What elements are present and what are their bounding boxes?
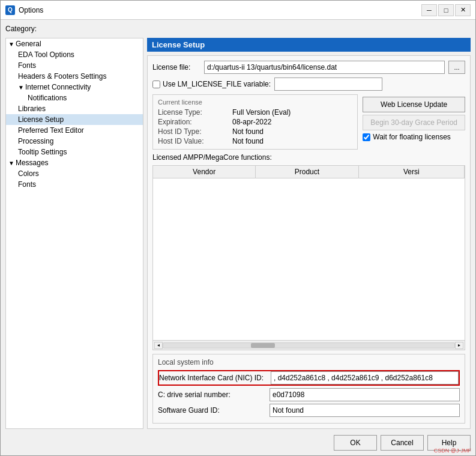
- local-system-info: Local system info Network Interface Card…: [152, 354, 465, 424]
- lm-input[interactable]: [274, 78, 382, 91]
- right-panel: License Setup License file: ... Use LM_L…: [147, 38, 471, 429]
- web-license-update-button[interactable]: Web License Update: [363, 97, 465, 112]
- current-license-title: Current license: [158, 99, 352, 106]
- nic-row: Network Interface Card (NIC) ID:: [158, 370, 460, 386]
- software-guard-label: Software Guard ID:: [158, 406, 266, 415]
- sidebar-item-headers-footers[interactable]: Headers & Footers Settings: [6, 71, 143, 82]
- sidebar: ▼GeneralEDA Tool OptionsFontsHeaders & F…: [5, 38, 143, 429]
- panel-content: License file: ... Use LM_LICENSE_FILE va…: [147, 55, 471, 429]
- horizontal-scrollbar[interactable]: ◂ ▸: [153, 340, 465, 350]
- scrollbar-thumb[interactable]: [251, 343, 275, 348]
- col-version: Versi: [359, 166, 465, 178]
- cancel-button[interactable]: Cancel: [381, 435, 424, 451]
- table-header: Vendor Product Versi: [153, 166, 465, 178]
- col-product: Product: [256, 166, 358, 178]
- main-area: ▼GeneralEDA Tool OptionsFontsHeaders & F…: [5, 38, 471, 429]
- col-vendor: Vendor: [153, 166, 256, 178]
- nic-label: Network Interface Card (NIC) ID:: [159, 374, 267, 382]
- host-id-type-val: Not found: [232, 127, 352, 136]
- lm-license-row: Use LM_LICENSE_FILE variable:: [152, 78, 465, 91]
- drive-serial-label: C: drive serial number:: [158, 391, 266, 399]
- license-type-val: Full Version (Eval): [232, 108, 352, 117]
- host-id-type-key: Host ID Type:: [158, 127, 230, 136]
- license-type-key: License Type:: [158, 108, 230, 117]
- bottom-buttons: OK Cancel Help: [5, 433, 471, 451]
- maximize-button[interactable]: □: [438, 4, 454, 16]
- category-label: Category:: [5, 25, 471, 33]
- sidebar-item-internet-connectivity[interactable]: ▼Internet Connectivity: [6, 82, 143, 93]
- sidebar-item-preferred-text-editor[interactable]: Preferred Text Editor: [6, 125, 143, 136]
- sidebar-item-fonts-messages[interactable]: Fonts: [6, 179, 143, 190]
- license-buttons: Web License Update Begin 30-day Grace Pe…: [363, 97, 465, 141]
- current-license-left: Current license License Type: Full Versi…: [152, 94, 358, 150]
- wait-floating-row: Wait for floating licenses: [363, 133, 465, 141]
- host-id-value-key: Host ID Value:: [158, 137, 230, 145]
- grace-period-button: Begin 30-day Grace Period: [363, 115, 465, 130]
- licensed-functions-table: Vendor Product Versi ◂ ▸: [152, 165, 465, 350]
- host-id-value-val: Not found: [232, 137, 352, 145]
- minimize-button[interactable]: ─: [421, 4, 437, 16]
- nic-value-input[interactable]: [271, 371, 459, 385]
- current-license-section: Current license License Type: Full Versi…: [152, 94, 465, 150]
- expiration-key: Expiration:: [158, 118, 230, 126]
- sidebar-item-tooltip-settings[interactable]: Tooltip Settings: [6, 147, 143, 157]
- current-license-box: Current license License Type: Full Versi…: [152, 94, 358, 150]
- software-guard-input[interactable]: [270, 404, 460, 417]
- sidebar-item-license-setup[interactable]: License Setup: [6, 114, 143, 125]
- title-bar: Q Options ─ □ ✕: [1, 1, 475, 20]
- lm-label: Use LM_LICENSE_FILE variable:: [163, 80, 271, 88]
- drive-serial-input[interactable]: [270, 388, 460, 401]
- scrollbar-track[interactable]: [163, 342, 455, 348]
- sidebar-item-messages[interactable]: ▼Messages: [6, 157, 143, 168]
- options-window: Q Options ─ □ ✕ Category: ▼GeneralEDA To…: [0, 0, 476, 456]
- drive-serial-row: C: drive serial number:: [158, 388, 460, 401]
- window-title: Options: [19, 6, 421, 14]
- table-title: Licensed AMPP/MegaCore functions:: [152, 153, 465, 162]
- license-file-row: License file: ...: [152, 61, 465, 74]
- lm-checkbox[interactable]: [152, 81, 160, 88]
- watermark: CSDN @J-JMF: [434, 448, 471, 454]
- expiration-val: 08-apr-2022: [232, 118, 352, 126]
- panel-header: License Setup: [147, 38, 471, 52]
- sidebar-item-eda-tool-options[interactable]: EDA Tool Options: [6, 49, 143, 60]
- scroll-right-arrow[interactable]: ▸: [455, 342, 463, 349]
- local-info-title: Local system info: [158, 358, 460, 366]
- app-icon: Q: [5, 5, 15, 15]
- software-guard-row: Software Guard ID:: [158, 404, 460, 417]
- window-controls: ─ □ ✕: [421, 4, 471, 16]
- sidebar-item-processing[interactable]: Processing: [6, 136, 143, 147]
- browse-button[interactable]: ...: [448, 61, 465, 74]
- window-body: Category: ▼GeneralEDA Tool OptionsFontsH…: [1, 20, 475, 455]
- table-body: [153, 178, 465, 340]
- sidebar-item-general[interactable]: ▼General: [6, 38, 143, 49]
- sidebar-item-fonts-general[interactable]: Fonts: [6, 60, 143, 71]
- wait-floating-checkbox[interactable]: [363, 133, 370, 141]
- close-button[interactable]: ✕: [455, 4, 471, 16]
- lm-checkbox-row: Use LM_LICENSE_FILE variable:: [152, 80, 271, 88]
- sidebar-item-notifications[interactable]: Notifications: [6, 93, 143, 103]
- license-file-label: License file:: [152, 63, 200, 71]
- scroll-left-arrow[interactable]: ◂: [154, 342, 163, 349]
- info-grid: License Type: Full Version (Eval) Expira…: [158, 108, 352, 145]
- sidebar-item-libraries[interactable]: Libraries: [6, 103, 143, 114]
- wait-floating-label: Wait for floating licenses: [373, 133, 451, 141]
- license-file-input[interactable]: [204, 61, 445, 74]
- ok-button[interactable]: OK: [334, 435, 377, 451]
- sidebar-item-colors[interactable]: Colors: [6, 168, 143, 179]
